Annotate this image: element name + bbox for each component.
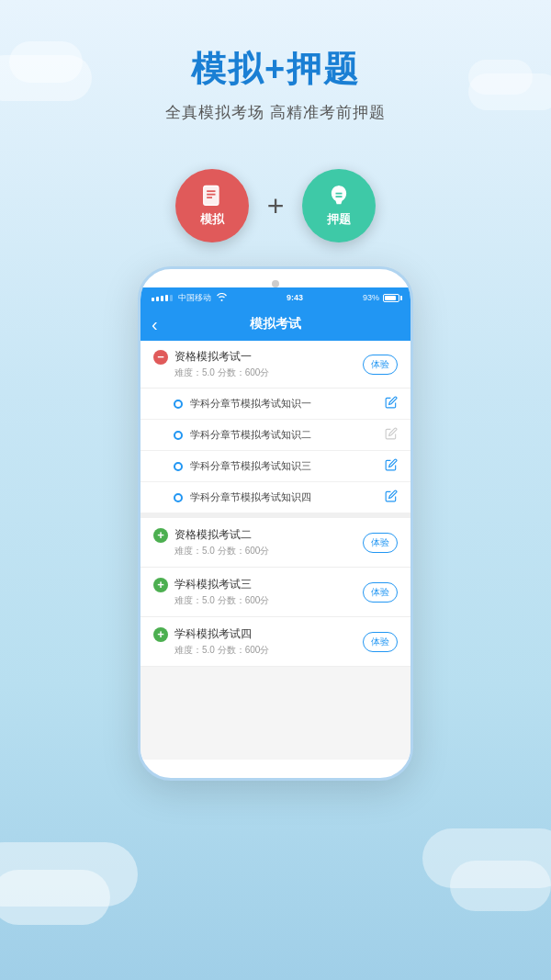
simulate-icon-bubble: 模拟 bbox=[175, 169, 249, 242]
item-title: 学科模拟考试三 bbox=[174, 577, 363, 592]
list-item-left: + 资格模拟考试二 难度：5.0 分数：600分 bbox=[153, 527, 363, 558]
plus-dot: + bbox=[153, 627, 168, 642]
item-subtitle: 难度：5.0 分数：600分 bbox=[174, 366, 363, 379]
item-title: 资格模拟考试一 bbox=[174, 349, 363, 365]
sub-item-title: 学科分章节模拟考试知识二 bbox=[190, 428, 311, 442]
item-text-wrap: 学科模拟考试三 难度：5.0 分数：600分 bbox=[174, 577, 363, 607]
item-subtitle: 难度：5.0 分数：600分 bbox=[174, 594, 363, 607]
experience-btn[interactable]: 体验 bbox=[363, 355, 398, 375]
edit-icon-active[interactable] bbox=[385, 396, 398, 411]
back-button[interactable]: ‹ bbox=[152, 314, 158, 335]
list-item: + 学科模拟考试三 难度：5.0 分数：600分 体验 bbox=[141, 568, 410, 617]
list-item-left: − 资格模拟考试一 难度：5.0 分数：600分 bbox=[153, 349, 363, 379]
signal-icon bbox=[152, 295, 173, 301]
sub-item-title: 学科分章节模拟考试知识四 bbox=[190, 490, 311, 504]
svg-rect-0 bbox=[203, 186, 218, 205]
list-item-left: + 学科模拟考试四 难度：5.0 分数：600分 bbox=[153, 626, 363, 657]
carrier-name: 中国移动 bbox=[178, 292, 211, 304]
item-subtitle: 难度：5.0 分数：600分 bbox=[174, 644, 363, 657]
simulate-label: 模拟 bbox=[200, 211, 224, 228]
list-item-left: + 学科模拟考试三 难度：5.0 分数：600分 bbox=[153, 577, 363, 607]
edit-icon-inactive[interactable] bbox=[385, 427, 398, 443]
minus-dot: − bbox=[153, 350, 168, 365]
sub-list-item: 学科分章节模拟考试知识二 bbox=[141, 420, 410, 451]
list-item: − 资格模拟考试一 难度：5.0 分数：600分 体验 bbox=[141, 341, 410, 389]
item-text-wrap: 资格模拟考试一 难度：5.0 分数：600分 bbox=[174, 349, 363, 379]
sub-item-title: 学科分章节模拟考试知识一 bbox=[190, 397, 311, 411]
item-text-wrap: 资格模拟考试二 难度：5.0 分数：600分 bbox=[174, 527, 363, 558]
phone-frame: 中国移动 9:43 93% ‹ 模拟考试 bbox=[138, 266, 413, 781]
item-title: 资格模拟考试二 bbox=[174, 527, 363, 543]
edit-icon-active[interactable] bbox=[385, 458, 398, 474]
plus-dot: + bbox=[153, 578, 168, 592]
experience-btn[interactable]: 体验 bbox=[363, 582, 398, 603]
edit-icon-active[interactable] bbox=[385, 490, 398, 505]
nav-title: 模拟考试 bbox=[250, 316, 301, 332]
sub-item-title: 学科分章节模拟考试知识三 bbox=[190, 459, 311, 473]
item-subtitle: 难度：5.0 分数：600分 bbox=[174, 545, 363, 558]
plus-dot: + bbox=[153, 528, 168, 543]
status-left: 中国移动 bbox=[152, 292, 227, 304]
plus-separator: + bbox=[267, 189, 285, 223]
wifi-icon bbox=[217, 293, 227, 303]
blue-dot bbox=[174, 400, 183, 409]
item-text-wrap: 学科模拟考试四 难度：5.0 分数：600分 bbox=[174, 626, 363, 657]
quiz-label: 押题 bbox=[327, 211, 351, 228]
sub-list-item: 学科分章节模拟考试知识四 bbox=[141, 482, 410, 518]
status-bar: 中国移动 9:43 93% bbox=[141, 287, 410, 308]
blue-dot bbox=[174, 431, 183, 440]
nav-bar: ‹ 模拟考试 bbox=[141, 308, 410, 341]
experience-btn[interactable]: 体验 bbox=[363, 533, 398, 553]
battery-percent: 93% bbox=[363, 293, 379, 302]
item-title: 学科模拟考试四 bbox=[174, 626, 363, 642]
clock: 9:43 bbox=[287, 293, 303, 302]
blue-dot bbox=[174, 493, 183, 502]
list-item: + 学科模拟考试四 难度：5.0 分数：600分 体验 bbox=[141, 617, 410, 667]
blue-dot bbox=[174, 462, 183, 471]
sub-list-item: 学科分章节模拟考试知识一 bbox=[141, 389, 410, 420]
list-item: + 资格模拟考试二 难度：5.0 分数：600分 体验 bbox=[141, 518, 410, 568]
sub-list-item: 学科分章节模拟考试知识三 bbox=[141, 451, 410, 482]
status-right: 93% bbox=[363, 293, 399, 302]
quiz-icon-bubble: 押题 bbox=[302, 169, 376, 242]
icons-row: 模拟 + 押题 bbox=[0, 169, 551, 242]
sub-title: 全真模拟考场 高精准考前押题 bbox=[0, 102, 551, 123]
battery-icon bbox=[383, 294, 399, 302]
phone-notch bbox=[272, 280, 279, 287]
experience-btn[interactable]: 体验 bbox=[363, 632, 398, 652]
content-list: − 资格模拟考试一 难度：5.0 分数：600分 体验 学科分章节模拟考试知识一 bbox=[141, 341, 410, 760]
